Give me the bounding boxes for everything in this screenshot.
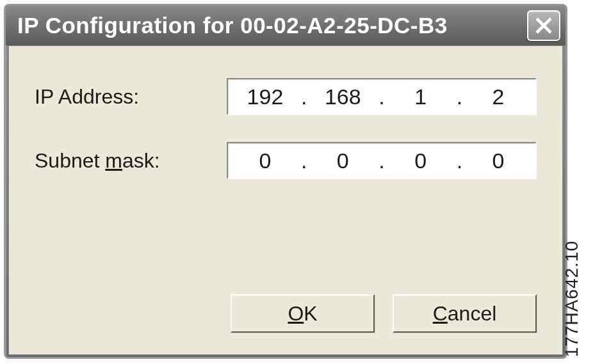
mask-octet-2[interactable] <box>311 148 375 173</box>
titlebar: IP Configuration for 00-02-A2-25-DC-B3 <box>6 6 565 45</box>
ok-button[interactable]: OK <box>231 294 375 333</box>
ip-octet-3[interactable] <box>389 84 453 109</box>
subnet-mask-label: Subnet mask: <box>35 149 227 173</box>
dot-separator: . <box>453 84 466 109</box>
subnet-mask-field[interactable]: . . . <box>227 142 537 179</box>
dialog-window: IP Configuration for 00-02-A2-25-DC-B3 I… <box>4 4 567 359</box>
cancel-mnemonic: C <box>433 302 448 326</box>
mask-octet-4[interactable] <box>466 148 530 173</box>
dialog-client-area: IP Address: . . . Subnet mask: . . <box>8 45 563 355</box>
subnet-mask-row: Subnet mask: . . . <box>35 142 537 179</box>
close-icon <box>535 17 553 35</box>
dot-separator: . <box>375 148 388 173</box>
window-title: IP Configuration for 00-02-A2-25-DC-B3 <box>17 13 527 38</box>
dot-separator: . <box>375 84 388 109</box>
dot-separator: . <box>297 84 311 109</box>
label-prefix: Subnet <box>35 149 105 172</box>
ip-octet-1[interactable] <box>233 84 297 109</box>
mask-octet-1[interactable] <box>233 148 297 173</box>
ip-octet-2[interactable] <box>311 84 375 109</box>
ip-address-label: IP Address: <box>35 85 227 109</box>
ip-address-row: IP Address: . . . <box>35 78 537 115</box>
figure-id-label: 177HA642.10 <box>562 241 582 357</box>
label-mnemonic: m <box>105 149 122 172</box>
cancel-suffix: ancel <box>448 302 497 326</box>
button-row: OK Cancel <box>231 294 537 333</box>
ok-mnemonic: O <box>288 302 304 326</box>
dot-separator: . <box>297 148 311 173</box>
ip-address-field[interactable]: . . . <box>227 78 537 115</box>
cancel-button[interactable]: Cancel <box>393 294 537 333</box>
close-button[interactable] <box>527 10 560 41</box>
ok-suffix: K <box>304 302 317 326</box>
ip-octet-4[interactable] <box>466 84 530 109</box>
mask-octet-3[interactable] <box>389 148 453 173</box>
dot-separator: . <box>453 148 466 173</box>
label-suffix: ask: <box>122 149 160 172</box>
